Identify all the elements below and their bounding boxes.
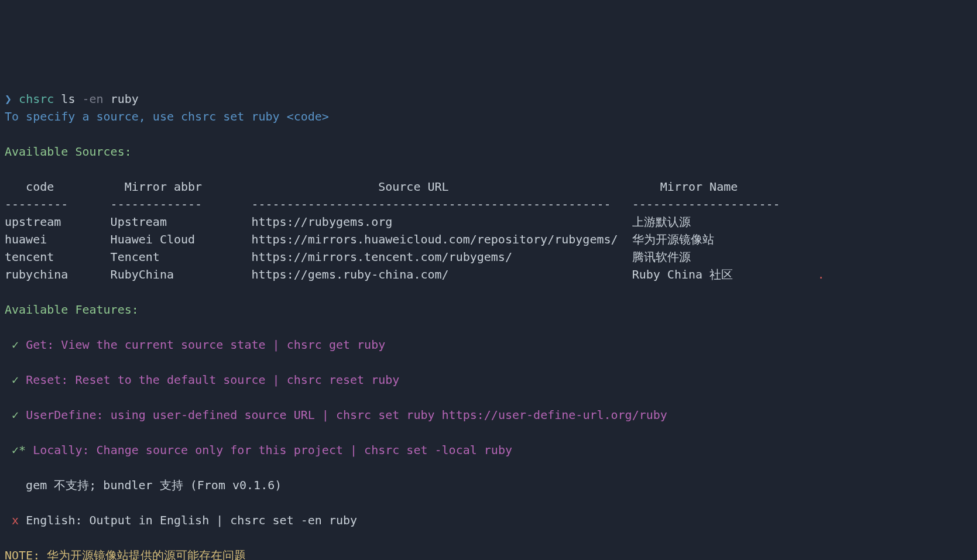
note-line: NOTE: 华为开源镜像站提供的源可能存在问题 <box>5 548 246 560</box>
feature-text: Reset: Reset to the default source | chs… <box>19 373 399 387</box>
table-divider: --------- ------------- ----------------… <box>5 197 780 211</box>
feature-text: UserDefine: using user-defined source UR… <box>19 408 667 422</box>
available-sources-header: Available Sources: <box>5 145 132 159</box>
note-label: NOTE: <box>5 548 40 560</box>
check-star-icon: ✓* <box>12 443 26 457</box>
feature-userdefine: ✓ UserDefine: using user-defined source … <box>5 408 667 422</box>
terminal-output: ❯ chsrc ls -en ruby To specify a source,… <box>0 70 977 560</box>
check-icon: ✓ <box>12 408 19 422</box>
command-flag: -en <box>83 92 104 106</box>
command-name: chsrc <box>19 92 54 106</box>
available-features-header: Available Features: <box>5 303 139 317</box>
prompt-symbol: ❯ <box>5 92 12 106</box>
feature-text: Locally: Change source only for this pro… <box>26 443 512 457</box>
red-dot-icon: . <box>818 267 825 281</box>
feature-text: English: Output in English | chsrc set -… <box>19 513 357 527</box>
feature-english: x English: Output in English | chsrc set… <box>5 513 357 527</box>
table-header: code Mirror abbr Source URL Mirror Name <box>5 180 738 194</box>
prompt-line[interactable]: ❯ chsrc ls -en ruby <box>5 92 139 106</box>
table-row: rubychina RubyChina https://gems.ruby-ch… <box>5 267 733 281</box>
hint-line: To specify a source, use chsrc set ruby … <box>5 109 329 123</box>
check-icon: ✓ <box>12 373 19 387</box>
feature-locally: ✓* Locally: Change source only for this … <box>5 443 512 457</box>
note-text: 华为开源镜像站提供的源可能存在问题 <box>40 548 246 560</box>
command-target: ruby <box>111 92 139 106</box>
table-row: huawei Huawei Cloud https://mirrors.huaw… <box>5 232 714 246</box>
feature-get: ✓ Get: View the current source state | c… <box>5 338 385 352</box>
command-subcommand: ls <box>61 92 75 106</box>
locally-note: gem 不支持; bundler 支持 (From v0.1.6) <box>5 478 282 492</box>
table-row: upstream Upstream https://rubygems.org 上… <box>5 215 691 229</box>
check-icon: ✓ <box>12 338 19 352</box>
feature-reset: ✓ Reset: Reset to the default source | c… <box>5 373 399 387</box>
x-icon: x <box>12 513 19 527</box>
feature-text: Get: View the current source state | chs… <box>19 338 385 352</box>
table-row: tencent Tencent https://mirrors.tencent.… <box>5 250 691 264</box>
